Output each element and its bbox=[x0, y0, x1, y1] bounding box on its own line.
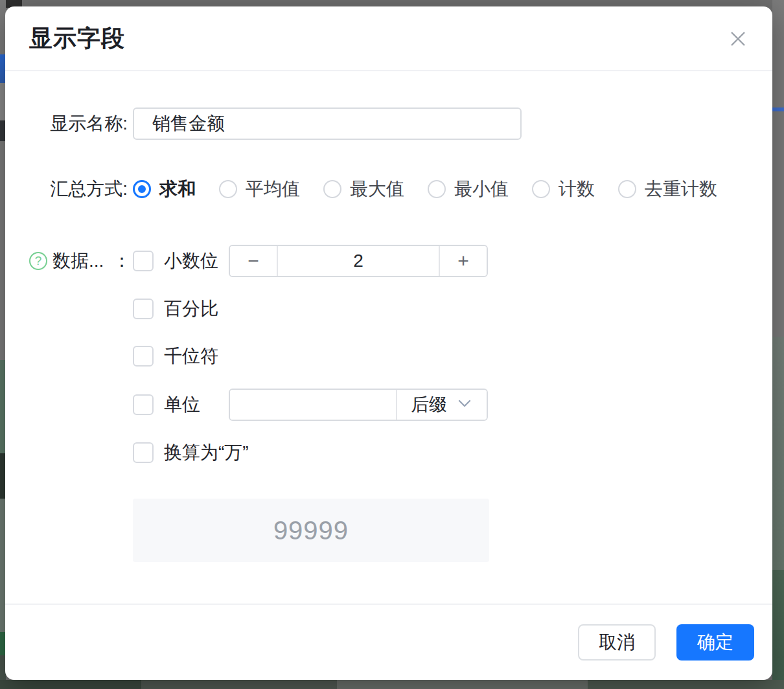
data-format-label-cell: ? 数据... ： bbox=[29, 245, 133, 277]
wan-checkbox[interactable] bbox=[133, 442, 154, 463]
suffix-select-value: 后缀 bbox=[411, 392, 447, 417]
aggregation-row: 汇总方式: 求和 平均值 最大值 最小值 bbox=[29, 179, 746, 199]
radio-icon bbox=[219, 180, 237, 198]
radio-icon bbox=[532, 180, 550, 198]
close-button[interactable] bbox=[727, 28, 749, 51]
percent-row: 百分比 bbox=[133, 299, 489, 319]
decimal-stepper: − + bbox=[229, 245, 488, 277]
wan-label: 换算为“万” bbox=[164, 440, 249, 465]
aggregation-label: 汇总方式: bbox=[29, 177, 133, 201]
thousands-checkbox[interactable] bbox=[133, 346, 154, 367]
radio-icon bbox=[428, 180, 446, 198]
help-icon[interactable]: ? bbox=[29, 252, 47, 270]
radio-min-label: 最小值 bbox=[454, 177, 509, 201]
decimal-value-input[interactable] bbox=[278, 246, 439, 276]
wan-row: 换算为“万” bbox=[133, 442, 489, 463]
ok-button[interactable]: 确定 bbox=[676, 624, 754, 661]
radio-distinct-count[interactable]: 去重计数 bbox=[618, 177, 717, 201]
dialog-header: 显示字段 bbox=[5, 6, 772, 71]
format-preview-value: 99999 bbox=[273, 516, 349, 545]
display-name-row: 显示名称: bbox=[29, 107, 746, 140]
unit-row: 单位 后缀 bbox=[133, 389, 489, 421]
format-options: 小数位 − + 百分比 千位符 单位 bbox=[133, 245, 489, 562]
chevron-down-icon bbox=[456, 395, 473, 414]
aggregation-radio-group: 求和 平均值 最大值 最小值 计数 bbox=[133, 177, 717, 201]
stepper-minus-button[interactable]: − bbox=[230, 246, 278, 276]
backdrop-bottom bbox=[0, 680, 784, 689]
dialog-footer: 取消 确定 bbox=[5, 604, 772, 680]
radio-icon bbox=[618, 180, 636, 198]
suffix-select[interactable]: 后缀 bbox=[396, 390, 487, 420]
radio-sum-label: 求和 bbox=[159, 177, 196, 201]
decimal-label: 小数位 bbox=[164, 249, 229, 273]
thousands-label: 千位符 bbox=[164, 344, 218, 368]
dialog-body: 显示名称: 汇总方式: 求和 平均值 最大值 bbox=[5, 71, 772, 604]
unit-checkbox[interactable] bbox=[133, 394, 154, 415]
decimal-checkbox[interactable] bbox=[133, 251, 154, 271]
stepper-plus-button[interactable]: + bbox=[439, 246, 487, 276]
radio-average-label: 平均值 bbox=[246, 177, 300, 201]
thousands-row: 千位符 bbox=[133, 346, 489, 367]
data-format-colon: ： bbox=[113, 249, 131, 273]
radio-count-label: 计数 bbox=[559, 177, 595, 201]
backdrop-right bbox=[772, 0, 784, 689]
display-name-label: 显示名称: bbox=[29, 111, 133, 136]
radio-sum[interactable]: 求和 bbox=[133, 177, 196, 201]
display-name-input[interactable] bbox=[133, 107, 522, 140]
unit-label: 单位 bbox=[164, 392, 229, 417]
radio-average[interactable]: 平均值 bbox=[219, 177, 300, 201]
data-format-label: 数据... bbox=[52, 249, 104, 273]
radio-icon bbox=[323, 180, 341, 198]
cancel-button[interactable]: 取消 bbox=[578, 624, 656, 661]
radio-max[interactable]: 最大值 bbox=[323, 177, 404, 201]
unit-text-input[interactable] bbox=[230, 390, 396, 420]
close-icon bbox=[728, 28, 748, 51]
radio-icon bbox=[133, 180, 151, 198]
unit-input-group: 后缀 bbox=[229, 389, 488, 421]
percent-checkbox[interactable] bbox=[133, 299, 154, 319]
format-preview: 99999 bbox=[133, 499, 489, 562]
radio-count[interactable]: 计数 bbox=[532, 177, 595, 201]
display-field-dialog: 显示字段 显示名称: 汇总方式: 求和 平均值 bbox=[5, 6, 772, 680]
percent-label: 百分比 bbox=[164, 297, 218, 321]
decimal-row: 小数位 − + bbox=[133, 245, 489, 277]
dialog-title: 显示字段 bbox=[29, 23, 125, 54]
data-format-row: ? 数据... ： 小数位 − + 百分比 bbox=[29, 245, 746, 562]
radio-min[interactable]: 最小值 bbox=[428, 177, 509, 201]
radio-distinct-count-label: 去重计数 bbox=[645, 177, 717, 201]
radio-max-label: 最大值 bbox=[350, 177, 404, 201]
